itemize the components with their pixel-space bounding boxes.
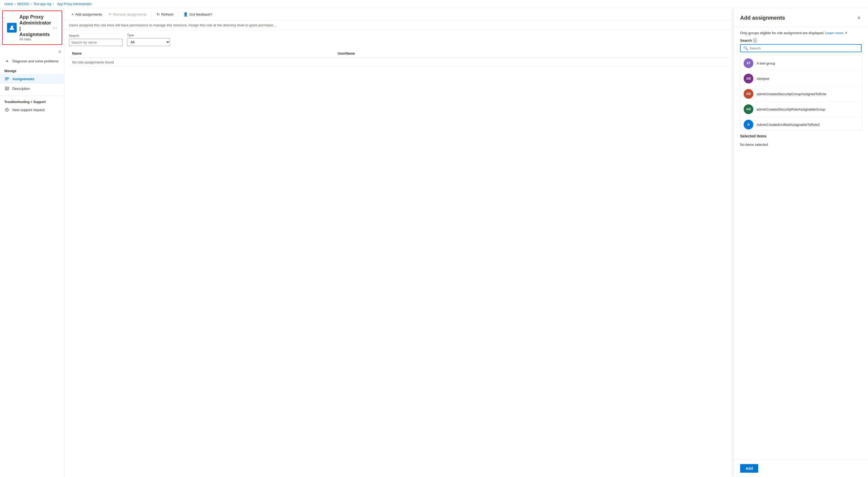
username-column-header: UserName — [334, 49, 729, 58]
breadcrumb-test-app-reg[interactable]: Test app reg — [33, 2, 51, 6]
filter-bar: Search Type All User Group — [65, 30, 734, 49]
toolbar-divider — [152, 11, 152, 18]
svg-rect-7 — [6, 88, 8, 88]
result-name-4: AdminCreatedUnifiedAssignableToRole2 — [756, 123, 820, 127]
refresh-button[interactable]: ↻ Refresh — [154, 10, 176, 18]
result-item-0[interactable]: AT A test group — [740, 56, 861, 71]
feedback-icon: 👤 — [183, 12, 188, 17]
panel-footer: Add — [734, 459, 868, 477]
description-label: Description — [12, 87, 30, 91]
result-name-2: adminCreatedSecurityGroupAssignedToRole — [756, 92, 826, 96]
sidebar: App Proxy Administrator | Assignments Al… — [0, 8, 65, 477]
name-column-header: Name — [69, 49, 334, 58]
avatar-0: AT — [744, 58, 753, 68]
role-icon — [7, 23, 17, 33]
manage-title: Manage — [0, 67, 64, 74]
svg-point-11 — [6, 109, 8, 110]
panel-search-input[interactable] — [750, 46, 858, 50]
result-item-1[interactable]: AB Abhijeet — [740, 71, 861, 86]
assignments-label: Assignments — [12, 77, 34, 81]
toolbar-divider-2 — [178, 11, 179, 18]
svg-point-2 — [13, 26, 14, 26]
result-item-4[interactable]: A AdminCreatedUnifiedAssignableToRole2 — [740, 117, 861, 131]
result-item-2[interactable]: AD adminCreatedSecurityGroupAssignedToRo… — [740, 86, 861, 102]
svg-rect-9 — [6, 89, 7, 90]
type-filter-label: Type — [127, 33, 170, 37]
diagnose-label: Diagnose and solve problems — [12, 59, 58, 63]
result-name-1: Abhijeet — [756, 77, 769, 81]
result-name-0: A test group — [756, 61, 775, 65]
refresh-icon: ↻ — [157, 12, 160, 17]
manage-section: Manage Assignments Description — [0, 66, 64, 94]
table-header-row: Name UserName — [69, 49, 729, 58]
breadcrumb-home[interactable]: Home — [4, 2, 13, 6]
right-panel: Add assignments × Only groups eligible f… — [734, 8, 868, 477]
svg-rect-8 — [6, 89, 8, 89]
add-assignments-button[interactable]: + Add assignments — [69, 10, 105, 18]
result-name-3: adminCreatedSecurityRoleAssignableGroup — [756, 107, 825, 112]
search-icon: 🔍 — [743, 46, 748, 50]
breadcrumb-current: App Proxy Administrator — [57, 2, 92, 6]
svg-rect-3 — [5, 77, 9, 78]
x-icon: ✕ — [108, 12, 112, 17]
sidebar-collapse: « — [0, 47, 64, 56]
selected-section: Selected items No items selected — [740, 134, 862, 149]
no-items-label: No items selected — [740, 140, 862, 149]
type-filter-group: Type All User Group — [127, 33, 170, 46]
info-text: Users assigned this role here will have … — [69, 23, 276, 27]
result-item-3[interactable]: AD adminCreatedSecurityRoleAssignableGro… — [740, 102, 861, 117]
panel-info-text: Only groups eligible for role assignment… — [740, 31, 862, 35]
sidebar-item-diagnose[interactable]: ✕ Diagnose and solve problems — [0, 56, 64, 66]
avatar-2: AD — [744, 89, 753, 99]
selected-title: Selected items — [740, 134, 862, 138]
feedback-label: Got feedback? — [189, 12, 212, 17]
panel-body: Only groups eligible for role assignment… — [734, 27, 868, 459]
troubleshooting-title: Troubleshooting + Support — [0, 98, 64, 105]
remove-assignments-button[interactable]: ✕ Remove assignments — [106, 10, 149, 18]
results-list: AT A test group AB Abhijeet AD adminCrea… — [740, 56, 862, 131]
empty-message: No role assignments found — [69, 58, 729, 67]
search-filter-input[interactable] — [69, 39, 123, 46]
search-section: Search ℹ 🔍 — [740, 38, 862, 52]
collapse-button[interactable]: « — [58, 48, 62, 55]
sidebar-item-assignments[interactable]: Assignments — [0, 74, 64, 84]
support-label: New support request — [12, 108, 45, 112]
breadcrumb: Home › MSODS › Test app reg › App Proxy … — [0, 0, 868, 8]
svg-rect-5 — [5, 80, 7, 80]
panel-header: Add assignments × — [734, 8, 868, 27]
svg-point-10 — [5, 108, 9, 112]
panel-add-button[interactable]: Add — [740, 464, 758, 473]
description-icon — [4, 86, 10, 91]
search-filter-group: Search — [69, 34, 123, 46]
panel-title: Add assignments — [740, 15, 785, 21]
svg-point-0 — [11, 26, 13, 28]
table-empty-row: No role assignments found — [69, 58, 729, 67]
search-filter-label: Search — [69, 34, 123, 38]
sidebar-subtitle: All roles — [20, 37, 51, 41]
learn-more-link[interactable]: Learn more — [826, 31, 843, 35]
avatar-3: AD — [744, 104, 753, 114]
type-filter-select[interactable]: All User Group — [127, 38, 170, 46]
sidebar-item-description[interactable]: Description — [0, 84, 64, 93]
panel-close-button[interactable]: × — [856, 14, 862, 22]
sidebar-more-button[interactable]: ··· — [51, 25, 58, 31]
table-area: Name UserName No role assignments found — [65, 49, 734, 67]
assignments-table: Name UserName No role assignments found — [69, 49, 729, 67]
search-info-icon: ℹ — [753, 38, 757, 42]
feedback-button[interactable]: 👤 Got feedback? — [181, 10, 215, 18]
sidebar-item-support[interactable]: New support request — [0, 105, 64, 115]
info-bar: Users assigned this role here will have … — [65, 21, 734, 30]
wrench-icon: ✕ — [4, 58, 10, 64]
sidebar-main-title: App Proxy Administrator | Assignments — [20, 14, 51, 37]
avatar-1: AB — [744, 74, 753, 84]
svg-rect-4 — [5, 78, 9, 79]
remove-assignments-label: Remove assignments — [113, 12, 147, 17]
add-assignments-label: Add assignments — [75, 12, 102, 17]
support-icon — [4, 107, 10, 113]
plus-icon: + — [71, 12, 74, 17]
search-label: Search ℹ — [740, 38, 862, 42]
refresh-label: Refresh — [161, 12, 174, 17]
main-content: + Add assignments ✕ Remove assignments ↻… — [65, 8, 734, 477]
troubleshooting-section: Troubleshooting + Support New support re… — [0, 97, 64, 116]
breadcrumb-msods[interactable]: MSODS — [17, 2, 29, 6]
